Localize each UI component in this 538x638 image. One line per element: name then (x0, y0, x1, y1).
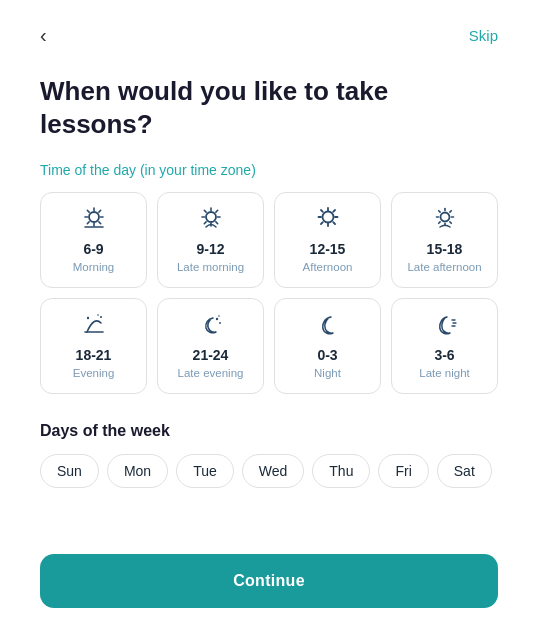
day-button-mon[interactable]: Mon (107, 454, 168, 488)
svg-line-24 (321, 210, 323, 212)
days-section: Days of the week Sun Mon Tue Wed Thu Fri… (40, 422, 498, 488)
day-button-sun[interactable]: Sun (40, 454, 99, 488)
svg-point-40 (97, 314, 99, 316)
time-range-morning: 6-9 (83, 241, 103, 257)
late-evening-icon (198, 313, 224, 341)
late-morning-icon (198, 207, 224, 235)
time-label-late-night: Late night (419, 366, 470, 381)
page-title: When would you like to take lessons? (40, 75, 498, 140)
time-range-late-afternoon: 15-18 (427, 241, 463, 257)
day-button-tue[interactable]: Tue (176, 454, 234, 488)
svg-point-19 (322, 212, 333, 223)
svg-point-39 (100, 316, 102, 318)
svg-line-5 (87, 210, 89, 212)
time-range-late-night: 3-6 (434, 347, 454, 363)
time-grid: 6-9 Morning 9-12 Late morning (40, 192, 498, 394)
time-section-label: Time of the day (in your time zone) (40, 162, 498, 178)
days-row: Sun Mon Tue Wed Thu Fri Sat (40, 454, 498, 488)
svg-line-34 (449, 222, 450, 223)
svg-line-35 (449, 211, 450, 212)
svg-line-25 (333, 222, 335, 224)
svg-point-41 (215, 318, 217, 320)
time-range-night: 0-3 (317, 347, 337, 363)
svg-point-38 (86, 317, 88, 319)
time-card-late-afternoon[interactable]: 15-18 Late afternoon (391, 192, 498, 288)
svg-line-8 (87, 222, 89, 224)
time-label-late-morning: Late morning (177, 260, 244, 275)
time-range-late-morning: 9-12 (196, 241, 224, 257)
time-range-afternoon: 12-15 (310, 241, 346, 257)
page-container: ‹ Skip When would you like to take lesso… (0, 0, 538, 638)
svg-point-28 (440, 213, 449, 222)
skip-button[interactable]: Skip (469, 27, 498, 44)
late-night-icon (432, 313, 458, 341)
svg-line-16 (215, 222, 217, 224)
day-button-wed[interactable]: Wed (242, 454, 305, 488)
svg-line-27 (321, 222, 323, 224)
time-card-evening[interactable]: 18-21 Evening (40, 298, 147, 394)
late-afternoon-icon (432, 207, 458, 235)
time-label-evening: Evening (73, 366, 115, 381)
time-card-afternoon[interactable]: 12-15 Afternoon (274, 192, 381, 288)
svg-point-10 (206, 212, 216, 222)
svg-line-26 (333, 210, 335, 212)
svg-line-6 (98, 222, 100, 224)
days-section-title: Days of the week (40, 422, 498, 440)
svg-point-42 (219, 322, 221, 324)
time-range-late-evening: 21-24 (193, 347, 229, 363)
time-card-late-night[interactable]: 3-6 Late night (391, 298, 498, 394)
svg-line-33 (438, 211, 439, 212)
day-button-sat[interactable]: Sat (437, 454, 492, 488)
svg-line-17 (215, 210, 217, 212)
continue-button[interactable]: Continue (40, 554, 498, 608)
night-icon (315, 313, 341, 341)
time-label-night: Night (314, 366, 341, 381)
time-range-evening: 18-21 (76, 347, 112, 363)
svg-line-7 (98, 210, 100, 212)
time-label-late-afternoon: Late afternoon (407, 260, 481, 275)
svg-line-36 (438, 222, 439, 223)
back-button[interactable]: ‹ (40, 20, 55, 51)
svg-line-15 (204, 210, 206, 212)
time-label-afternoon: Afternoon (303, 260, 353, 275)
svg-line-18 (204, 222, 206, 224)
time-card-night[interactable]: 0-3 Night (274, 298, 381, 394)
time-card-late-morning[interactable]: 9-12 Late morning (157, 192, 264, 288)
day-button-thu[interactable]: Thu (312, 454, 370, 488)
time-card-morning[interactable]: 6-9 Morning (40, 192, 147, 288)
afternoon-icon (315, 207, 341, 235)
evening-icon (81, 313, 107, 341)
time-card-late-evening[interactable]: 21-24 Late evening (157, 298, 264, 394)
svg-point-0 (89, 212, 99, 222)
time-label-late-evening: Late evening (178, 366, 244, 381)
day-button-fri[interactable]: Fri (378, 454, 428, 488)
svg-point-43 (218, 315, 220, 317)
morning-icon (81, 207, 107, 235)
time-label-morning: Morning (73, 260, 115, 275)
top-nav: ‹ Skip (40, 20, 498, 51)
